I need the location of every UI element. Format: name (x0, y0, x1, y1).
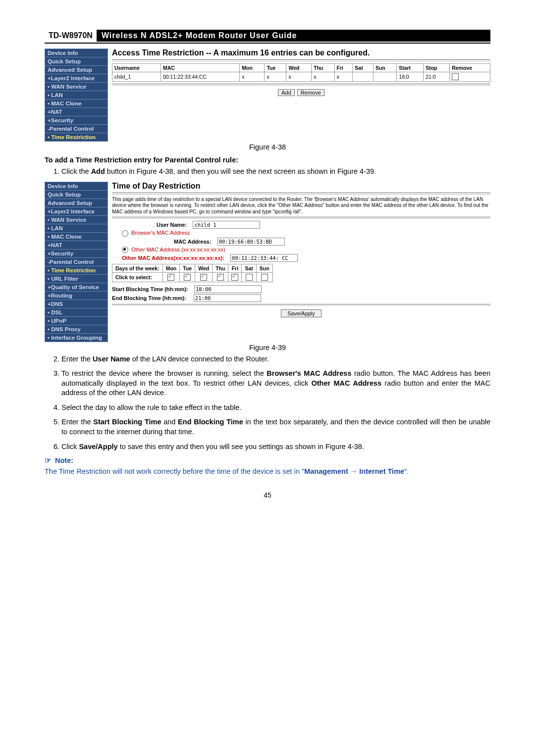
browser-mac-label: Browser's MAC Address (131, 230, 190, 236)
cell: child_1 (112, 72, 161, 82)
sidebar-fig38: Device Info Quick Setup Advanced Setup +… (45, 49, 108, 142)
day-header: Mon (162, 264, 180, 273)
day-header: Wed (195, 264, 213, 273)
intro-text: This page adds time of day restriction t… (112, 197, 490, 215)
day-wed-checkbox[interactable] (200, 274, 207, 281)
model-label: TD-W8970N (45, 30, 97, 42)
cell: x (265, 72, 286, 82)
restriction-table: Username MAC Mon Tue Wed Thu Fri Sat Sun… (112, 63, 490, 82)
th: Start (397, 64, 424, 72)
sidebar-item[interactable]: • MAC Clone (45, 232, 108, 241)
day-sat-checkbox[interactable] (246, 274, 253, 281)
sidebar-item[interactable]: +NAT (45, 241, 108, 249)
day-header: Fri (228, 264, 242, 273)
sidebar-item[interactable]: Advanced Setup (45, 199, 108, 207)
other-mac-input[interactable] (230, 254, 298, 262)
browser-mac-radio[interactable] (122, 230, 128, 237)
end-time-input[interactable] (194, 294, 261, 302)
th: Fri (334, 64, 353, 72)
th: Stop (424, 64, 450, 72)
mac-address-label: MAC Address: (174, 239, 211, 245)
day-mon-checkbox[interactable] (167, 274, 174, 281)
th: Sat (353, 64, 374, 72)
cell (373, 72, 396, 82)
pointing-hand-icon: ☞ (45, 456, 51, 464)
cell: x (312, 72, 334, 82)
add-button[interactable]: Add (278, 89, 295, 96)
sidebar-item[interactable]: • LAN (45, 224, 108, 232)
end-time-label: End Blocking Time (hh:mm): (112, 295, 186, 301)
sidebar-item[interactable]: Device Info (45, 182, 108, 190)
start-time-input[interactable] (194, 285, 262, 293)
cell: x (334, 72, 353, 82)
start-time-label: Start Blocking Time (hh:mm): (112, 286, 188, 292)
sidebar-item[interactable]: • LAN (45, 91, 108, 100)
cell: x (240, 72, 265, 82)
th: Tue (265, 64, 286, 72)
cell: 00:11:22:33:44:CC (161, 72, 240, 82)
step-4: Select the day to allow the rule to take… (61, 403, 490, 413)
mac-address-input[interactable] (217, 238, 285, 246)
sidebar-item[interactable]: Quick Setup (45, 57, 108, 66)
sidebar-item[interactable]: Quick Setup (45, 190, 108, 199)
table-row: child_1 00:11:22:33:44:CC x x x x x 18:0… (112, 72, 490, 82)
sidebar-item[interactable]: • UPnP (45, 316, 108, 325)
day-fri-checkbox[interactable] (231, 274, 238, 281)
sidebar-item[interactable]: +NAT (45, 108, 108, 116)
username-input[interactable] (193, 221, 260, 229)
sidebar-item[interactable]: -Parental Control (45, 125, 108, 133)
cell: 18:0 (397, 72, 424, 82)
panel-title-fig38: Access Time Restriction -- A maximum 16 … (112, 49, 490, 57)
day-header: Sat (242, 264, 256, 273)
th: Thu (312, 64, 334, 72)
remove-button[interactable]: Remove (297, 89, 324, 96)
sidebar-item[interactable]: Device Info (45, 49, 108, 57)
th: Wed (286, 64, 312, 72)
sidebar-item[interactable]: +Layer2 Interface (45, 207, 108, 215)
sidebar-item[interactable]: -Parental Control (45, 257, 108, 266)
other-mac-radio[interactable] (122, 247, 128, 253)
days-label: Days of the week: (112, 264, 163, 273)
sidebar-item[interactable]: +Security (45, 116, 108, 125)
sidebar-item[interactable]: • Interface Grouping (45, 333, 108, 342)
sidebar-item[interactable]: • MAC Clone (45, 100, 108, 108)
other-mac-option: Other MAC Address (xx:xx:xx:xx:xx:xx) (131, 247, 225, 252)
sidebar-item[interactable]: • DNS Proxy (45, 325, 108, 333)
sidebar-item[interactable]: +Layer2 Interface (45, 74, 108, 83)
remove-checkbox[interactable] (452, 73, 459, 80)
day-tue-checkbox[interactable] (184, 274, 191, 281)
page-number: 45 (45, 491, 490, 499)
sidebar-item[interactable]: • DSL (45, 308, 108, 316)
th: Username (112, 64, 161, 72)
th: Sun (373, 64, 396, 72)
sidebar-item[interactable]: Advanced Setup (45, 66, 108, 74)
sidebar-item[interactable]: +Security (45, 249, 108, 257)
other-mac-label: Other MAC Address(xx:xx:xx:xx:xx:xx): (122, 255, 224, 261)
day-header: Thu (213, 264, 228, 273)
step-2: Enter the User Name of the LAN device co… (61, 354, 490, 364)
sidebar-item[interactable]: • WAN Service (45, 215, 108, 224)
sidebar-item[interactable]: • URL Filter (45, 274, 108, 283)
sidebar-item-active[interactable]: • Time Restriction (45, 133, 108, 142)
day-header: Tue (180, 264, 195, 273)
th: Remove (450, 64, 490, 72)
sidebar-item[interactable]: +DNS (45, 300, 108, 308)
save-apply-button[interactable]: Save/Apply (281, 309, 321, 317)
day-sun-checkbox[interactable] (261, 274, 268, 281)
cell (353, 72, 374, 82)
days-table: Days of the week: Mon Tue Wed Thu Fri Sa… (112, 264, 273, 282)
click-select-label: Click to select: (112, 273, 163, 282)
figure-4-39: Device Info Quick Setup Advanced Setup +… (45, 182, 490, 352)
th: MAC (161, 64, 240, 72)
sidebar-item[interactable]: +Routing (45, 291, 108, 300)
day-thu-checkbox[interactable] (217, 274, 224, 281)
step-6: Click Save/Apply to save this entry and … (61, 442, 490, 452)
sidebar-item[interactable]: +Quality of Service (45, 283, 108, 291)
sidebar-item-active[interactable]: • Time Restriction (45, 266, 108, 274)
step-1: Click the Add button in Figure 4-38, and… (61, 167, 490, 177)
step-5: Enter the Start Blocking Time and End Bl… (61, 417, 490, 437)
panel-title-fig39: Time of Day Restriction (112, 182, 490, 191)
sidebar-item[interactable]: • WAN Service (45, 83, 108, 91)
cell: 21:0 (424, 72, 450, 82)
sidebar-fig39: Device Info Quick Setup Advanced Setup +… (45, 182, 108, 342)
